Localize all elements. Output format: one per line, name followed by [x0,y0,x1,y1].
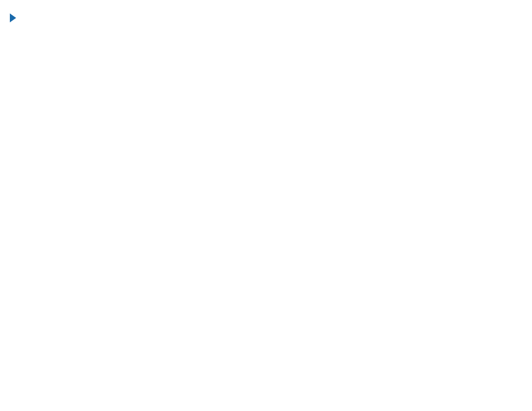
logo [9,9,16,21]
logo-arrow-icon [10,13,16,22]
page-header [9,9,523,21]
